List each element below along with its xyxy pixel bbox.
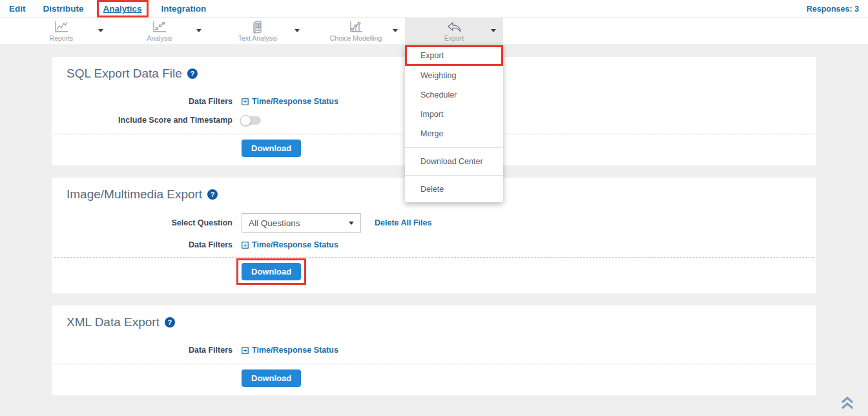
time-response-status-label: Time/Response Status	[252, 97, 338, 106]
menu-divider	[405, 147, 503, 148]
data-filters-label: Data Filters	[52, 97, 232, 106]
image-download-button[interactable]: Download	[242, 263, 301, 280]
responses-count[interactable]: Responses: 3	[807, 5, 859, 14]
toolbar-item-choice-modelling[interactable]: Choice Modelling	[307, 18, 405, 45]
nav-item-edit[interactable]: Edit	[9, 4, 26, 14]
question-select[interactable]: All Questions	[242, 213, 361, 233]
data-filters-label: Data Filters	[52, 240, 232, 249]
dot-chart-icon	[348, 21, 364, 34]
include-score-label: Include Score and Timestamp	[52, 116, 232, 125]
time-response-status-link[interactable]: Time/Response Status	[242, 346, 338, 355]
time-response-status-link[interactable]: Time/Response Status	[242, 97, 338, 106]
plus-square-icon	[242, 347, 249, 354]
line-chart-icon	[54, 21, 69, 34]
select-question-label: Select Question	[52, 218, 232, 227]
nav-item-analytics[interactable]: Analytics	[103, 4, 142, 14]
help-icon[interactable]: ?	[165, 317, 175, 328]
menu-item-weighting[interactable]: Weighting	[405, 66, 503, 85]
chevron-down-icon[interactable]	[196, 29, 202, 32]
menu-item-import[interactable]: Import	[405, 105, 503, 124]
dashed-divider	[54, 257, 814, 258]
export-dropdown-menu: Export Weighting Scheduler Import Merge …	[405, 45, 503, 202]
menu-item-download-center[interactable]: Download Center	[405, 152, 503, 171]
reply-arrow-icon	[446, 21, 462, 34]
section-title-sql-export: SQL Export Data File	[67, 67, 182, 81]
toolbar-item-label: Reports	[50, 34, 74, 42]
double-chevron-up-icon	[840, 401, 855, 412]
annotation-box-download: Download	[236, 258, 306, 285]
plus-square-icon	[242, 242, 249, 249]
toolbar-item-label: Choice Modelling	[330, 34, 382, 42]
nav-item-integration[interactable]: Integration	[161, 4, 207, 14]
chevron-down-icon[interactable]	[491, 29, 496, 32]
toolbar-item-reports[interactable]: Reports	[12, 18, 110, 45]
time-response-status-label: Time/Response Status	[252, 346, 338, 355]
toggle-knob	[240, 115, 251, 126]
xml-download-button[interactable]: Download	[242, 369, 301, 387]
toolbar-item-text-analysis[interactable]: Text Analysis	[209, 18, 307, 45]
include-score-toggle[interactable]	[242, 116, 261, 125]
time-response-status-link[interactable]: Time/Response Status	[242, 240, 338, 249]
menu-divider	[405, 175, 503, 176]
nav-left-group: Edit Distribute Analytics Integration	[9, 1, 223, 16]
question-select-value: All Questions	[249, 218, 300, 228]
scroll-to-top-button[interactable]	[840, 396, 855, 413]
document-icon	[251, 21, 264, 34]
xml-data-export-section: XML Data Export ? Data Filters Time/Resp…	[52, 306, 816, 395]
top-navigation: Edit Distribute Analytics Integration Re…	[0, 0, 868, 18]
plus-square-icon	[242, 98, 249, 105]
menu-item-export[interactable]: Export	[405, 45, 503, 66]
chevron-down-icon[interactable]	[294, 29, 300, 32]
scatter-chart-icon	[152, 21, 167, 34]
nav-item-distribute[interactable]: Distribute	[43, 4, 84, 14]
dashed-divider	[54, 364, 814, 364]
toolbar-item-label: Analysis	[147, 34, 172, 42]
menu-item-delete[interactable]: Delete	[405, 180, 503, 199]
help-icon[interactable]: ?	[207, 189, 218, 200]
help-icon[interactable]: ?	[187, 68, 198, 79]
caret-down-icon	[349, 222, 354, 225]
chevron-down-icon[interactable]	[393, 29, 398, 32]
toolbar-item-analysis[interactable]: Analysis	[110, 18, 209, 45]
toolbar-item-export[interactable]: Export	[405, 18, 503, 45]
analytics-toolbar: Reports Analysis Text Analysis	[0, 18, 868, 45]
menu-item-scheduler[interactable]: Scheduler	[405, 85, 503, 105]
data-filters-label: Data Filters	[52, 346, 232, 355]
annotation-box-analytics: Analytics	[97, 0, 149, 17]
delete-all-files-link[interactable]: Delete All Files	[375, 218, 431, 227]
chevron-down-icon[interactable]	[98, 29, 103, 32]
section-title-xml-export: XML Data Export	[67, 315, 160, 329]
toolbar-item-label: Text Analysis	[238, 34, 278, 42]
menu-item-merge[interactable]: Merge	[405, 124, 503, 143]
time-response-status-label: Time/Response Status	[252, 240, 338, 249]
toolbar-item-label: Export	[444, 34, 464, 42]
sql-download-button[interactable]: Download	[242, 140, 301, 157]
section-title-image-export: Image/Multimedia Export	[67, 187, 202, 202]
